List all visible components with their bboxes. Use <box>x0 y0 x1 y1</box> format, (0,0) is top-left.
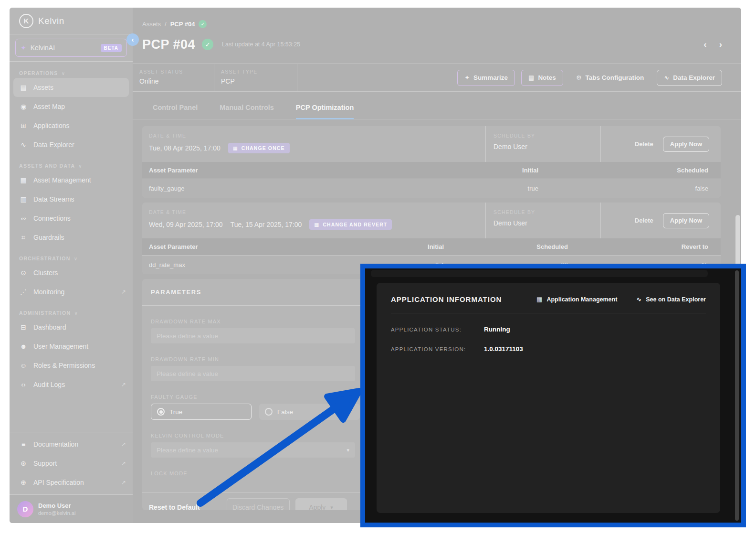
sidebar-collapse-button[interactable]: ‹ <box>126 33 139 46</box>
schedule-actions: DeleteApply Now <box>600 126 721 162</box>
tab-control-panel[interactable]: Control Panel <box>153 104 198 119</box>
breadcrumb-separator: / <box>165 21 167 28</box>
calendar-icon: ▦ <box>314 222 319 227</box>
sidebar-section-operations[interactable]: OPERATIONS∨ <box>10 62 133 78</box>
sidebar-item-api-specification[interactable]: ⊕API Specification↗ <box>10 473 133 492</box>
summarize-button[interactable]: ✦ Summarize <box>457 70 515 86</box>
popup-info-value: 1.0.03171103 <box>484 345 523 353</box>
breadcrumb-root[interactable]: Assets <box>142 21 161 28</box>
sidebar-item-user-management[interactable]: ☻User Management <box>10 337 133 356</box>
support-icon: ⊛ <box>19 460 28 467</box>
delete-button[interactable]: Delete <box>635 140 653 148</box>
sidebar-item-dashboard[interactable]: ⊟Dashboard <box>10 318 133 337</box>
sidebar-sections: OPERATIONS∨▤Assets◉Asset Map⊞Application… <box>10 62 133 394</box>
asset-info-bar: ASSET STATUS Online ASSET TYPE PCP ✦ Sum… <box>133 64 741 92</box>
tab-bar: Control PanelManual ControlsPCP Optimiza… <box>133 92 741 119</box>
sidebar-section-orchestration[interactable]: ORCHESTRATION∨ <box>10 247 133 263</box>
reset-to-default-button[interactable]: Reset to Default <box>149 503 200 510</box>
apply-button[interactable]: Apply ▾ <box>295 498 347 510</box>
schedule-by-block: SCHEDULE BYDemo User <box>485 126 600 162</box>
sidebar-item-data-streams[interactable]: ▥Data Streams <box>10 190 133 209</box>
popup-info-label: APPLICATION VERSION: <box>391 345 484 352</box>
popup-link-see-on-data-explorer[interactable]: ∿See on Data Explorer <box>636 296 706 303</box>
table-cell: faulty_gauge <box>149 185 368 192</box>
section-label: OPERATIONS <box>19 70 58 76</box>
sidebar-item-roles-permissions[interactable]: ☺Roles & Permissions <box>10 356 133 375</box>
schedule-by-value: Demo User <box>494 143 600 150</box>
prev-asset-button[interactable]: ‹ <box>704 39 706 50</box>
radio-option-label: True <box>169 408 182 416</box>
schedule-datetime-block: DATE & TIMETue, 08 Apr 2025, 17:00▦CHANG… <box>142 126 485 162</box>
sidebar-item-asset-management[interactable]: ▦Asset Management <box>10 171 133 190</box>
data-explorer-button[interactable]: ∿ Data Explorer <box>657 70 722 86</box>
title-row: PCP #04 ✓ Last update at 4 Apr 15:53:25 … <box>133 34 741 55</box>
schedule-by-block: SCHEDULE BYDemo User <box>485 203 600 238</box>
drawdown-rate-max-input[interactable]: Please define a value <box>151 328 355 343</box>
schedule-by-label: SCHEDULE BY <box>494 209 600 215</box>
radio-unselected-icon <box>265 408 273 416</box>
sidebar-item-applications[interactable]: ⊞Applications <box>10 116 133 135</box>
sidebar-item-label: User Management <box>33 342 88 350</box>
schedule-datetime-block: DATE & TIMEWed, 09 Apr 2025, 17:00Tue, 1… <box>142 203 485 238</box>
delete-button[interactable]: Delete <box>635 217 653 224</box>
sidebar-item-assets[interactable]: ▤Assets <box>13 78 129 97</box>
user-profile[interactable]: D Demo User demo@kelvin.ai <box>10 494 133 523</box>
sidebar-item-kelvinai[interactable]: ✦ KelvinAI BETA <box>15 39 127 57</box>
pulse-icon: ∿ <box>664 74 669 81</box>
sidebar-item-label: Guardrails <box>33 234 64 241</box>
connections-icon: ∾ <box>19 214 28 222</box>
documentation-icon: ≡ <box>19 440 28 448</box>
column-header: Revert to <box>568 243 708 250</box>
avatar: D <box>17 501 33 517</box>
apply-now-button[interactable]: Apply Now <box>663 213 709 228</box>
drawdown-rate-min-input[interactable]: Please define a value <box>151 366 355 381</box>
api-specification-icon: ⊕ <box>19 479 28 486</box>
tabs-configuration-button[interactable]: ⚙ Tabs Configuration <box>569 70 651 86</box>
apply-label: Apply <box>309 503 326 510</box>
sidebar-item-connections[interactable]: ∾Connections <box>10 209 133 228</box>
sidebar-item-guardrails[interactable]: ⌗Guardrails <box>10 228 133 247</box>
chevron-down-icon: ∨ <box>62 71 66 76</box>
sidebar-item-label: Monitoring <box>33 288 64 296</box>
clusters-icon: ⊙ <box>19 269 28 277</box>
external-link-icon: ↗ <box>121 381 126 388</box>
sidebar-section-administration[interactable]: ADMINISTRATION∨ <box>10 301 133 318</box>
asset-type-value: PCP <box>221 77 297 85</box>
select-placeholder: Please define a value <box>157 447 218 454</box>
popup-link-application-management[interactable]: ▦Application Management <box>536 296 617 303</box>
column-header: Scheduled <box>538 167 708 174</box>
next-asset-button[interactable]: › <box>719 39 722 50</box>
kelvin-logo: K Kelvin <box>10 8 133 34</box>
sidebar-item-monitoring[interactable]: ⋰Monitoring↗ <box>10 282 133 301</box>
data-explorer-label: Data Explorer <box>673 74 715 81</box>
external-link-icon: ↗ <box>121 460 126 467</box>
notes-label: Notes <box>538 74 556 81</box>
sidebar-item-data-explorer[interactable]: ∿Data Explorer <box>10 135 133 154</box>
table-cell: dd_rate_max <box>149 261 301 268</box>
sidebar-item-clusters[interactable]: ⊙Clusters <box>10 263 133 282</box>
popup-scrollbar-thumb[interactable] <box>735 270 739 521</box>
notes-button[interactable]: ▤ Notes <box>521 70 563 86</box>
apply-now-button[interactable]: Apply Now <box>663 137 709 152</box>
radio-option-true[interactable]: True <box>151 404 252 420</box>
schedule-actions: DeleteApply Now <box>600 203 721 238</box>
popup-info-row: APPLICATION VERSION:1.0.03171103 <box>391 345 706 353</box>
popup-link-label: See on Data Explorer <box>646 296 706 303</box>
tab-manual-controls[interactable]: Manual Controls <box>220 104 274 119</box>
radio-option-false[interactable]: False <box>259 404 360 420</box>
sidebar-item-documentation[interactable]: ≡Documentation↗ <box>10 435 133 454</box>
application-information-card: APPLICATION INFORMATION ▦Application Man… <box>377 283 720 513</box>
sidebar-item-audit-logs[interactable]: ‹›Audit Logs↗ <box>10 375 133 394</box>
kelvin-control-mode-select[interactable]: Please define a value▾ <box>151 442 355 458</box>
discard-changes-button[interactable]: Discard Changes <box>227 498 290 510</box>
sparkle-icon: ✦ <box>21 44 26 52</box>
sidebar-item-asset-map[interactable]: ◉Asset Map <box>10 97 133 116</box>
sparkle-icon: ✦ <box>464 74 470 81</box>
sidebar-section-assets-and-data[interactable]: ASSETS AND DATA∨ <box>10 154 133 171</box>
section-label: ORCHESTRATION <box>19 256 71 261</box>
beta-badge: BETA <box>101 44 122 52</box>
sidebar-item-support[interactable]: ⊛Support↗ <box>10 454 133 473</box>
tab-pcp-optimization[interactable]: PCP Optimization <box>296 104 354 119</box>
assets-icon: ▤ <box>19 84 28 91</box>
popup-link-label: Application Management <box>546 296 617 303</box>
